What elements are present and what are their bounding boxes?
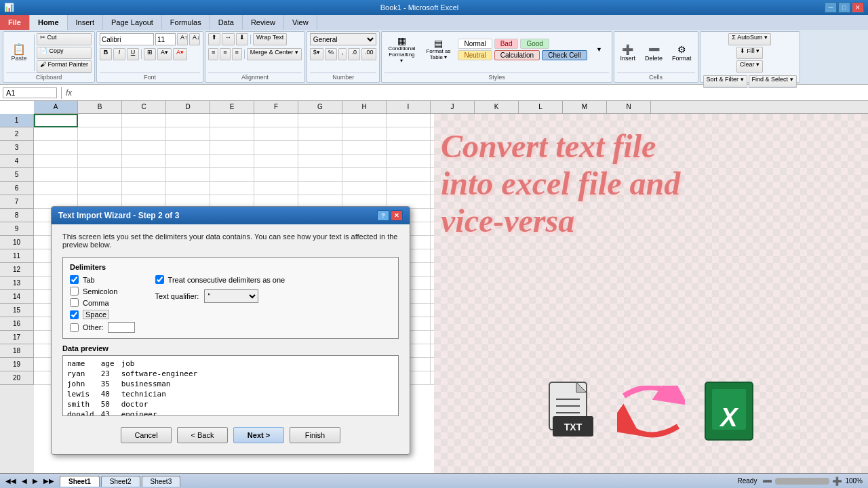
italic-btn[interactable]: I xyxy=(113,48,125,60)
tab-view[interactable]: View xyxy=(284,15,317,30)
tab-data[interactable]: Data xyxy=(210,15,243,30)
cell-c1[interactable] xyxy=(122,114,166,127)
styles-expand-btn[interactable]: ▼ xyxy=(590,44,609,55)
maximize-btn[interactable]: □ xyxy=(838,2,850,13)
other-checkbox[interactable] xyxy=(70,323,79,332)
col-header-a[interactable]: A xyxy=(34,101,78,113)
semicolon-label[interactable]: Semicolon xyxy=(83,287,117,296)
col-header-e[interactable]: E xyxy=(210,101,254,113)
row-header-17[interactable]: 17 xyxy=(0,331,34,344)
cut-btn[interactable]: ✂ Cut xyxy=(37,33,92,45)
zoom-out-btn[interactable]: ➖ xyxy=(762,476,772,486)
wrap-text-btn[interactable]: Wrap Text xyxy=(253,33,287,45)
sort-filter-btn[interactable]: Sort & Filter ▾ xyxy=(703,75,747,87)
insert-cells-btn[interactable]: ➕ Insert xyxy=(617,42,639,64)
row-header-1[interactable]: 1 xyxy=(0,114,34,127)
tab-home[interactable]: Home xyxy=(30,15,68,30)
delete-cells-btn[interactable]: ➖ Delete xyxy=(642,42,666,64)
font-grow-btn[interactable]: A↑ xyxy=(177,33,188,45)
cell-b1[interactable] xyxy=(78,114,122,127)
space-checkbox[interactable] xyxy=(70,310,79,319)
fill-btn[interactable]: ⬇ Fill ▾ xyxy=(736,47,764,59)
row-header-2[interactable]: 2 xyxy=(0,127,34,141)
sheet-nav-left[interactable]: ◀ xyxy=(22,477,27,485)
dialog-help-btn[interactable]: ? xyxy=(377,210,389,221)
tab-file[interactable]: File xyxy=(0,15,30,30)
style-check-cell-btn[interactable]: Check Cell xyxy=(542,50,587,60)
find-select-btn[interactable]: Find & Select ▾ xyxy=(749,75,797,87)
col-header-l[interactable]: L xyxy=(519,101,563,113)
align-middle-btn[interactable]: ↔ xyxy=(222,33,235,45)
row-header-10[interactable]: 10 xyxy=(0,236,34,249)
tab-label[interactable]: Tab xyxy=(83,276,95,284)
merge-center-btn[interactable]: Merge & Center ▾ xyxy=(247,48,302,60)
cell-e1[interactable] xyxy=(210,114,254,127)
qualifier-select[interactable]: " ' {none} xyxy=(204,289,258,303)
bold-btn[interactable]: B xyxy=(100,48,112,60)
space-label[interactable]: Space xyxy=(83,310,109,319)
dec-dec-btn[interactable]: .00 xyxy=(361,48,377,60)
row-header-20[interactable]: 20 xyxy=(0,371,34,385)
sheet-nav-next[interactable]: ▶▶ xyxy=(43,477,54,485)
consecutive-label[interactable]: Treat consecutive delimiters as one xyxy=(168,276,285,284)
row-header-8[interactable]: 8 xyxy=(0,209,34,222)
col-header-g[interactable]: G xyxy=(298,101,342,113)
tab-review[interactable]: Review xyxy=(243,15,284,30)
row-header-14[interactable]: 14 xyxy=(0,290,34,304)
cell-a2[interactable] xyxy=(34,127,78,141)
fill-color-btn[interactable]: A▾ xyxy=(157,48,172,60)
col-header-n[interactable]: N xyxy=(607,101,651,113)
row-header-15[interactable]: 15 xyxy=(0,304,34,317)
number-format-select[interactable]: General xyxy=(310,33,377,45)
col-header-k[interactable]: K xyxy=(475,101,519,113)
align-bottom-btn[interactable]: ⬇ xyxy=(236,33,248,45)
row-header-6[interactable]: 6 xyxy=(0,182,34,195)
zoom-slider[interactable] xyxy=(775,478,829,485)
font-shrink-btn[interactable]: A↓ xyxy=(189,33,200,45)
row-header-13[interactable]: 13 xyxy=(0,277,34,290)
cell-reference-box[interactable] xyxy=(3,87,57,98)
align-center-btn[interactable]: ≡ xyxy=(220,48,230,60)
style-normal-btn[interactable]: Normal xyxy=(458,39,492,49)
col-header-b[interactable]: B xyxy=(78,101,122,113)
sheet-tab-3[interactable]: Sheet3 xyxy=(142,476,181,487)
cell-g1[interactable] xyxy=(298,114,342,127)
row-header-3[interactable]: 3 xyxy=(0,141,34,155)
other-value-input[interactable] xyxy=(108,322,135,333)
cell-a1[interactable] xyxy=(34,114,78,127)
border-btn[interactable]: ⊞ xyxy=(144,48,156,60)
cell-d1[interactable] xyxy=(166,114,210,127)
col-header-h[interactable]: H xyxy=(342,101,387,113)
comma-btn[interactable]: , xyxy=(338,48,347,60)
row-header-12[interactable]: 12 xyxy=(0,263,34,277)
autosum-btn[interactable]: Σ AutoSum ▾ xyxy=(728,33,771,45)
other-label[interactable]: Other: xyxy=(83,323,104,331)
format-painter-btn[interactable]: 🖌 Format Painter xyxy=(37,60,92,73)
align-left-btn[interactable]: ≡ xyxy=(208,48,218,60)
sheet-tab-1[interactable]: Sheet1 xyxy=(60,476,100,487)
currency-btn[interactable]: $▾ xyxy=(310,48,323,60)
style-bad-btn[interactable]: Bad xyxy=(494,39,519,49)
tab-formulas[interactable]: Formulas xyxy=(162,15,210,30)
row-header-9[interactable]: 9 xyxy=(0,222,34,236)
next-btn[interactable]: Next > xyxy=(233,427,284,443)
cell-i1[interactable] xyxy=(387,114,431,127)
align-right-btn[interactable]: ≡ xyxy=(232,48,242,60)
format-as-table-btn[interactable]: ▤ Format as Table ▾ xyxy=(421,36,455,63)
style-calculation-btn[interactable]: Calculation xyxy=(494,50,540,60)
data-preview-area[interactable]: nameagejobryan23software-engineerjohn35b… xyxy=(62,355,399,416)
font-color-btn[interactable]: A▾ xyxy=(173,48,187,60)
underline-btn[interactable]: U xyxy=(127,48,139,60)
row-header-19[interactable]: 19 xyxy=(0,358,34,371)
sheet-tab-2[interactable]: Sheet2 xyxy=(101,476,140,487)
semicolon-checkbox[interactable] xyxy=(70,287,79,296)
row-header-5[interactable]: 5 xyxy=(0,168,34,182)
col-header-c[interactable]: C xyxy=(122,101,166,113)
tab-insert[interactable]: Insert xyxy=(68,15,104,30)
dialog-close-btn[interactable]: ✕ xyxy=(391,210,403,221)
col-header-j[interactable]: J xyxy=(431,101,475,113)
dec-inc-btn[interactable]: .0 xyxy=(348,48,360,60)
consecutive-checkbox[interactable] xyxy=(155,275,164,284)
cell-h1[interactable] xyxy=(342,114,387,127)
finish-btn[interactable]: Finish xyxy=(290,427,340,443)
